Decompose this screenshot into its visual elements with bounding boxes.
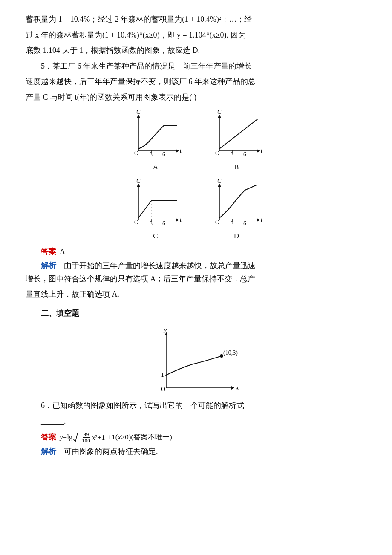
graph-d: C t O 3 6 D [209,177,264,243]
svg-point-63 [220,354,223,358]
svg-text:t: t [180,147,182,154]
intro-line1: 蓄积量为 1 + 10.4%；经过 2 年森林的蓄积量为(1 + 10.4%)²… [26,13,366,26]
graph-a-svg: C t O 3 6 [128,108,183,159]
svg-text:y: y [163,327,167,333]
q5-line1: 5．某工厂 6 年来生产某种产品的情况是：前三年年产量的增长 [26,60,366,73]
svg-text:3: 3 [150,151,153,158]
svg-text:t: t [261,217,263,223]
q6-text: 6．已知函数的图象如图所示，试写出它的一个可能的解析式 [26,399,366,412]
q5-analysis-line2: 增长，图中符合这个规律的只有选项 A；后三年产量保持不变，总产 [26,272,366,286]
graph-d-svg: C t O 3 6 [209,177,264,228]
svg-marker-56 [231,386,234,390]
graph-a-label: A [153,161,158,173]
svg-line-25 [219,119,258,149]
svg-text:3: 3 [231,151,233,158]
svg-text:6: 6 [243,220,246,227]
graph-b-label: B [234,161,239,173]
svg-marker-15 [257,149,260,153]
svg-text:t: t [180,217,182,223]
answer-label: 答案 [41,245,56,258]
svg-marker-44 [218,184,221,187]
svg-marker-29 [137,184,140,187]
svg-text:O: O [215,150,219,156]
q6-answer-line: 答案 y=lg 99 100 x²+1 +1(x≥0)(答案不唯一) [41,431,366,444]
graph-d-label: D [234,230,239,243]
graph-a: C t O 3 6 A [128,108,183,173]
svg-text:6: 6 [162,151,165,158]
svg-text:x: x [236,384,239,391]
q6-analysis-block: 解析 可由图象的两点特征去确定. [41,445,366,458]
svg-marker-43 [257,218,260,222]
fill-blank-graph-svg: y x O 1 (10,3) [149,324,243,396]
svg-text:1: 1 [161,372,164,378]
svg-text:(10,3): (10,3) [223,350,238,356]
svg-text:6: 6 [162,220,165,227]
answer2-formula-wrapper: y=lg 99 100 x²+1 +1(x≥0)(答案不唯一) [60,431,172,444]
answer-value: A [60,245,65,258]
q5-answer-line: 答案 A [41,245,366,258]
svg-text:3: 3 [231,220,233,227]
analysis-label: 解析 [41,261,56,270]
svg-text:3: 3 [150,220,153,227]
svg-text:O: O [134,150,138,156]
svg-text:C: C [217,109,222,115]
graph-c-svg: C t O 3 6 [128,177,183,228]
graph-b: C t O 3 6 B [209,108,264,173]
svg-marker-16 [218,115,221,118]
analysis-spacer [58,261,62,270]
graphs-row-top: C t O 3 6 A C t O [26,108,366,173]
svg-text:6: 6 [243,151,246,158]
intro-line3: 底数 1.104 大于 1，根据指数函数的图象，故应选 D. [26,44,366,57]
analysis2-label: 解析 [41,447,56,456]
svg-marker-2 [176,149,179,153]
svg-text:t: t [261,147,263,154]
q5-analysis-line3: 量直线上升．故正确选项 A. [26,288,366,301]
graph-c: C t O 3 6 C [128,177,183,243]
intro-line2: 过 x 年的森林蓄积量为(1 + 10.4%)ˣ(x≥0)，即 y = 1.10… [26,29,366,42]
svg-text:C: C [217,178,222,184]
analysis2-text: 可由图象的两点特征去确定. [64,447,158,456]
graph-c-label: C [153,230,158,243]
svg-text:C: C [136,109,141,115]
q5-line2: 速度越来越快，后三年年产量保持不变，则该厂 6 年来这种产品的总 [26,75,366,88]
svg-text:O: O [215,219,219,225]
svg-line-53 [245,185,257,190]
graph-b-svg: C t O 3 6 [209,108,264,159]
q5-line3: 产量 C 与时间 t(年)的函数关系可用图象表示的是( ) [26,91,366,104]
svg-marker-28 [176,218,179,222]
section2-header: 二、填空题 [41,307,366,320]
q5-analysis-line1: 由于开始的三年产量的增长速度越来越快，故总产量迅速 [64,261,256,270]
svg-line-39 [138,201,151,218]
answer2-label: 答案 [41,431,56,444]
svg-text:O: O [161,386,165,393]
fill-blank-graph-container: y x O 1 (10,3) [26,324,366,396]
q5-analysis-block: 解析 由于开始的三年产量的增长速度越来越快，故总产量迅速 [41,259,366,272]
sqrt-icon [73,431,80,443]
svg-marker-3 [137,115,140,118]
graphs-row-bottom: C t O 3 6 C C t O 3 6 [26,177,366,243]
svg-text:C: C [136,178,141,184]
q6-blank: ______. [26,415,366,428]
svg-marker-57 [164,332,168,335]
svg-text:O: O [134,219,138,225]
